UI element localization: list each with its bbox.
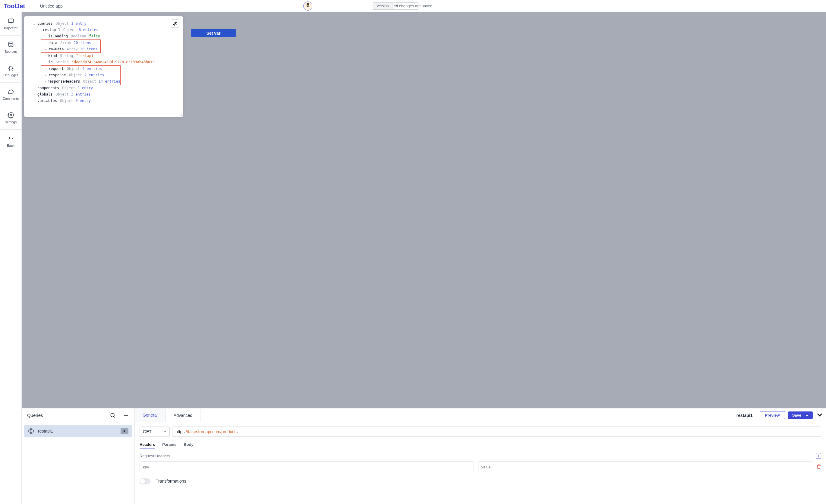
bug-icon: [7, 65, 14, 71]
rail-back[interactable]: Back: [0, 130, 21, 153]
svg-point-5: [9, 67, 12, 70]
svg-point-1: [307, 5, 307, 5]
svg-point-4: [8, 42, 13, 44]
caret-right-icon[interactable]: ›: [44, 78, 46, 85]
rail-inspector[interactable]: Inspector: [0, 12, 21, 36]
canvas[interactable]: Set var ⌄ queries Object 1 entry ⌄ resta…: [22, 12, 422, 257]
tree-isloading[interactable]: isLoading Boolean false: [28, 33, 179, 40]
tree-request[interactable]: › request Object 4 entries: [41, 66, 120, 72]
rail-settings[interactable]: Settings: [0, 106, 21, 130]
rail-comments-label: Comments: [3, 97, 19, 101]
unpin-icon: [173, 21, 178, 26]
app-header: ToolJet Untitled app All changes are sav…: [0, 0, 422, 12]
rail-comments[interactable]: Comments: [0, 82, 21, 106]
caret-down-icon[interactable]: ⌄: [39, 27, 42, 33]
gear-icon: [7, 112, 14, 119]
tree-rawdata[interactable]: › rawData Array 20 items: [41, 46, 100, 53]
logo: ToolJet: [4, 2, 25, 10]
rail-back-label: Back: [7, 144, 14, 147]
rail-debugger[interactable]: Debugger: [0, 59, 21, 82]
rail-sources-label: Sources: [4, 50, 16, 53]
avatar-face-icon: [304, 3, 311, 9]
caret-right-icon[interactable]: ›: [44, 72, 47, 78]
set-var-button[interactable]: Set var: [191, 29, 236, 37]
rail-debugger-label: Debugger: [3, 73, 18, 77]
avatar[interactable]: [303, 1, 312, 10]
tree-restapi1[interactable]: ⌄ restapi1 Object 8 entries: [28, 27, 179, 33]
tree-kind[interactable]: kind String "restapi": [28, 53, 179, 59]
tree-data[interactable]: › data Array 20 items: [41, 40, 100, 46]
inspector-tree: ⌄ queries Object 1 entry ⌄ restapi1 Obje…: [28, 20, 179, 104]
left-rail: Inspector Sources Debugger Comments Sett…: [0, 12, 22, 257]
svg-point-2: [308, 5, 308, 5]
comment-icon: [7, 88, 14, 95]
rail-inspector-label: Inspector: [4, 26, 17, 30]
caret-right-icon[interactable]: ›: [33, 91, 36, 98]
svg-point-6: [10, 114, 12, 116]
caret-right-icon[interactable]: ›: [33, 85, 36, 91]
resize-handle-icon[interactable]: [179, 113, 182, 116]
tree-components[interactable]: › components Object 1 entry: [28, 85, 179, 91]
tree-globals[interactable]: › globals Object 3 entries: [28, 91, 179, 98]
inspector-icon: [7, 18, 14, 24]
rail-sources[interactable]: Sources: [0, 36, 21, 59]
caret-right-icon[interactable]: ›: [33, 98, 36, 104]
tree-variables[interactable]: › variables Object 0 entry: [28, 98, 179, 104]
database-icon: [7, 41, 14, 48]
highlight-data: › data Array 20 items › rawData Array 20…: [41, 40, 101, 53]
app-title[interactable]: Untitled app: [40, 4, 63, 8]
save-status: All changes are saved: [394, 4, 422, 8]
caret-right-icon[interactable]: ›: [44, 46, 47, 53]
unpin-button[interactable]: [171, 19, 179, 28]
tree-queries[interactable]: ⌄ queries Object 1 entry: [28, 20, 179, 27]
caret-right-icon[interactable]: ›: [44, 40, 47, 46]
version-label: Version: [372, 2, 393, 10]
inspector-panel: ⌄ queries Object 1 entry ⌄ restapi1 Obje…: [24, 16, 183, 117]
tree-id[interactable]: id String "dee6d074-b48e-417d-9778-8c139…: [28, 59, 179, 65]
highlight-req: › request Object 4 entries › response Ob…: [41, 65, 121, 85]
back-icon: [7, 135, 14, 142]
caret-right-icon[interactable]: ›: [44, 66, 47, 72]
tree-responseheaders[interactable]: › responseHeaders Object 14 entries: [41, 78, 120, 85]
caret-down-icon[interactable]: ⌄: [33, 20, 36, 27]
rail-settings-label: Settings: [5, 120, 17, 124]
tree-response[interactable]: › response Object 2 entries: [41, 72, 120, 78]
